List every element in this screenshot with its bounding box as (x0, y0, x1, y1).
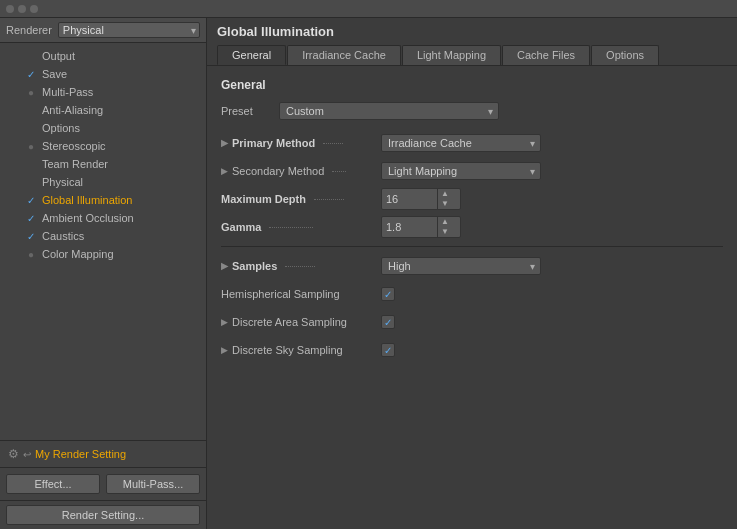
discrete-sky-control: ✓ (381, 343, 723, 357)
tab-irradiancecache[interactable]: Irradiance Cache (287, 45, 401, 65)
primary-method-control: Irradiance Cache Light Mapping QMC (381, 134, 723, 152)
sidebar-label-globalillumination: Global Illumination (42, 194, 133, 206)
sidebar-label-output: Output (42, 50, 75, 62)
sidebar-list: Output ✓ Save ● Multi-Pass Anti-Aliasing… (0, 43, 206, 440)
samples-dropdown-wrapper[interactable]: High Low Medium Very High Custom (381, 257, 541, 275)
check-caustics: ✓ (24, 229, 38, 243)
sidebar-label-antialiasing: Anti-Aliasing (42, 104, 103, 116)
dot-3 (30, 5, 38, 13)
gamma-input[interactable]: 1.8 (382, 219, 437, 235)
primary-method-select[interactable]: Irradiance Cache Light Mapping QMC (381, 134, 541, 152)
gamma-up[interactable]: ▲ (438, 217, 452, 227)
check-globalillumination: ✓ (24, 193, 38, 207)
secondary-method-dropdown-wrapper[interactable]: Light Mapping None QMC Irradiance Cache (381, 162, 541, 180)
renderer-select[interactable]: Physical Standard ProRender (58, 22, 200, 38)
render-setting-bottom: Render Setting... (0, 500, 206, 529)
check-teamrender (24, 157, 38, 171)
window-controls (6, 5, 38, 13)
render-setting-arrow: ↩ (23, 449, 31, 460)
secondary-method-label: ▶ Secondary Method (221, 165, 381, 177)
discrete-sky-row: ▶ Discrete Sky Sampling ✓ (221, 339, 723, 361)
check-save: ✓ (24, 67, 38, 81)
primary-method-dropdown-wrapper[interactable]: Irradiance Cache Light Mapping QMC (381, 134, 541, 152)
samples-arrow-icon: ▶ (221, 261, 228, 271)
discrete-sky-arrow-icon: ▶ (221, 345, 228, 355)
check-options (24, 121, 38, 135)
gear-icon: ⚙ (8, 447, 19, 461)
content-header: Global Illumination General Irradiance C… (207, 18, 737, 66)
sidebar-item-teamrender[interactable]: Team Render (0, 155, 206, 173)
sidebar-label-stereoscopic: Stereoscopic (42, 140, 106, 152)
check-physical (24, 175, 38, 189)
primary-method-row: ▶ Primary Method Irradiance Cache Light … (221, 132, 723, 154)
renderer-bar: Renderer Physical Standard ProRender (0, 18, 206, 43)
max-depth-row: Maximum Depth 16 ▲ ▼ (221, 188, 723, 210)
effect-button[interactable]: Effect... (6, 474, 100, 494)
discrete-area-checkbox[interactable]: ✓ (381, 315, 395, 329)
check-antialiasing (24, 103, 38, 117)
discrete-area-row: ▶ Discrete Area Sampling ✓ (221, 311, 723, 333)
discrete-sky-label: ▶ Discrete Sky Sampling (221, 344, 381, 356)
preset-label: Preset (221, 105, 271, 117)
hemispherical-row: Hemispherical Sampling ✓ (221, 283, 723, 305)
samples-select[interactable]: High Low Medium Very High Custom (381, 257, 541, 275)
discrete-area-label: ▶ Discrete Area Sampling (221, 316, 381, 328)
secondary-arrow-icon: ▶ (221, 166, 228, 176)
samples-row: ▶ Samples High Low Medium Very High Cust… (221, 255, 723, 277)
render-setting-row: ⚙ ↩ My Render Setting (0, 440, 206, 467)
content-area: Global Illumination General Irradiance C… (207, 18, 737, 529)
secondary-method-select[interactable]: Light Mapping None QMC Irradiance Cache (381, 162, 541, 180)
gamma-down[interactable]: ▼ (438, 227, 452, 237)
preset-row: Preset Custom Interior (Preview) Interio… (221, 102, 723, 120)
preset-select[interactable]: Custom Interior (Preview) Interior (High… (279, 102, 499, 120)
gamma-input-wrapper[interactable]: 1.8 ▲ ▼ (381, 216, 461, 238)
divider (221, 246, 723, 247)
sidebar-item-caustics[interactable]: ✓ Caustics (0, 227, 206, 245)
sidebar-footer: Effect... Multi-Pass... (0, 467, 206, 500)
sidebar-item-save[interactable]: ✓ Save (0, 65, 206, 83)
sidebar-item-ambientocclusion[interactable]: ✓ Ambient Occlusion (0, 209, 206, 227)
gamma-control: 1.8 ▲ ▼ (381, 216, 723, 238)
gamma-spinners: ▲ ▼ (437, 217, 452, 237)
max-depth-label: Maximum Depth (221, 193, 381, 205)
multipass-button[interactable]: Multi-Pass... (106, 474, 200, 494)
primary-method-label: ▶ Primary Method (221, 137, 381, 149)
sidebar-item-colormapping[interactable]: ● Color Mapping (0, 245, 206, 263)
max-depth-down[interactable]: ▼ (438, 199, 452, 209)
samples-control: High Low Medium Very High Custom (381, 257, 723, 275)
sidebar-item-antialiasing[interactable]: Anti-Aliasing (0, 101, 206, 119)
sidebar-item-output[interactable]: Output (0, 47, 206, 65)
tab-lightmapping[interactable]: Light Mapping (402, 45, 501, 65)
sidebar-item-options[interactable]: Options (0, 119, 206, 137)
sidebar-label-teamrender: Team Render (42, 158, 108, 170)
preset-dropdown-wrapper[interactable]: Custom Interior (Preview) Interior (High… (279, 102, 499, 120)
max-depth-input[interactable]: 16 (382, 191, 437, 207)
sidebar-item-stereoscopic[interactable]: ● Stereoscopic (0, 137, 206, 155)
discrete-sky-checkbox[interactable]: ✓ (381, 343, 395, 357)
render-setting-button[interactable]: Render Setting... (6, 505, 200, 525)
check-output (24, 49, 38, 63)
sidebar-label-ambientocclusion: Ambient Occlusion (42, 212, 134, 224)
tab-general[interactable]: General (217, 45, 286, 65)
discrete-area-control: ✓ (381, 315, 723, 329)
gamma-label: Gamma (221, 221, 381, 233)
renderer-label: Renderer (6, 24, 52, 36)
primary-arrow-icon: ▶ (221, 138, 228, 148)
max-depth-control: 16 ▲ ▼ (381, 188, 723, 210)
render-setting-link[interactable]: My Render Setting (35, 448, 126, 460)
sidebar-item-globalillumination[interactable]: ✓ Global Illumination (0, 191, 206, 209)
sidebar-label-options: Options (42, 122, 80, 134)
sidebar-item-physical[interactable]: Physical (0, 173, 206, 191)
renderer-select-wrapper[interactable]: Physical Standard ProRender (58, 22, 200, 38)
samples-label: ▶ Samples (221, 260, 381, 272)
tab-options[interactable]: Options (591, 45, 659, 65)
max-depth-up[interactable]: ▲ (438, 189, 452, 199)
hemispherical-checkbox[interactable]: ✓ (381, 287, 395, 301)
check-colormapping: ● (24, 247, 38, 261)
tab-cachefiles[interactable]: Cache Files (502, 45, 590, 65)
sidebar-label-colormapping: Color Mapping (42, 248, 114, 260)
sidebar-label-multipass: Multi-Pass (42, 86, 93, 98)
sidebar-item-multipass[interactable]: ● Multi-Pass (0, 83, 206, 101)
tabs: General Irradiance Cache Light Mapping C… (217, 45, 727, 65)
max-depth-input-wrapper[interactable]: 16 ▲ ▼ (381, 188, 461, 210)
